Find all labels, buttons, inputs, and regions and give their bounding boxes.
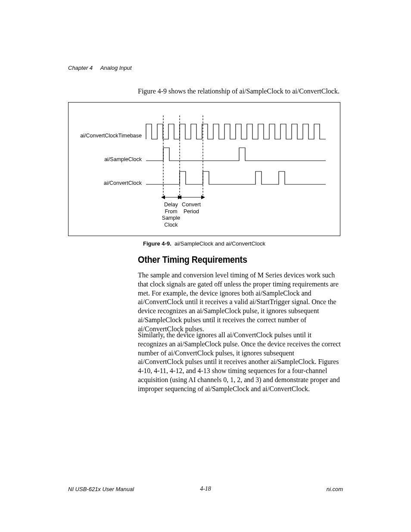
section-heading: Other Timing Requirements [138,254,247,265]
annotation-period: Convert Period [178,202,204,215]
chapter-number: Chapter 4 [68,65,93,71]
figure-caption: Figure 4-9. ai/SampleClock and ai/Conver… [68,240,340,247]
paragraph-1: The sample and conversion level timing o… [138,271,341,334]
figure-4-9: ai/ConvertClockTimebase ai/SampleClock a… [68,102,340,236]
figure-caption-label: Figure 4-9. [143,240,171,247]
chapter-title: Analog Input [100,65,132,71]
document-page: Chapter 4 Analog Input Figure 4-9 shows … [0,0,411,532]
intro-paragraph: Figure 4-9 shows the relationship of ai/… [138,87,340,95]
footer-site: ni.com [327,486,343,492]
footer-page-number: 4-18 [0,485,411,492]
figure-caption-text: ai/SampleClock and ai/ConvertClock [174,240,265,247]
signal-label-sampleclock: ai/SampleClock [73,156,142,162]
paragraph-2: Similarly, the device ignores all ai/Con… [138,331,341,394]
signal-label-convertclock: ai/ConvertClock [73,180,142,186]
timing-diagram [68,103,340,236]
signal-label-timebase: ai/ConvertClockTimebase [73,133,142,139]
page-header: Chapter 4 Analog Input [68,65,132,71]
